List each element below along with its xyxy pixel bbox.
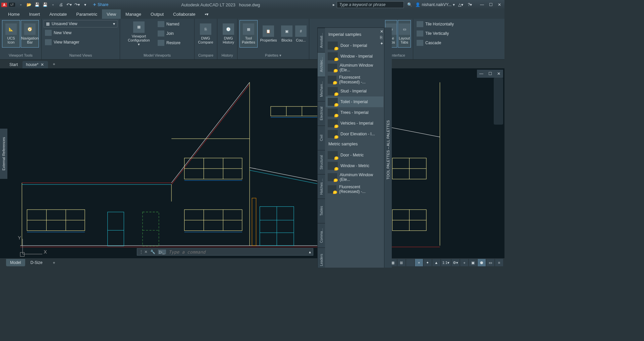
palette-item-window-m[interactable]: Window - Metric [326,160,383,171]
tool-palettes-button[interactable]: ▦Tool Palettes [239,20,258,48]
palette-cat-command[interactable]: Comma... [318,223,325,248]
help-icon[interactable]: ?▾ [466,1,474,8]
panel-label[interactable]: Palettes ▾ [239,53,307,59]
tile-horizontal-button[interactable]: Tile Horizontally [415,20,462,28]
palette-cat-architectural[interactable]: Architec... [318,52,325,77]
layout-tab-model[interactable]: Model [6,259,25,266]
search-input[interactable]: Type a keyword or phrase [337,1,404,8]
command-input[interactable] [169,250,306,255]
dwg-compare-button[interactable]: ⎘DWG Compare [197,20,215,48]
palette-item-door-m[interactable]: Door - Metric [326,150,383,160]
palette-cat-hatches[interactable]: Hatches ... [318,174,325,199]
drawing-canvas[interactable]: External References — ☐ ✕ [0,68,504,258]
hardware-accel-icon[interactable]: ⬣ [478,259,486,266]
panel-label[interactable]: Viewport Tools [2,53,39,59]
menu-featured-apps[interactable]: ▪▾ [200,9,214,19]
tab-house[interactable]: house*✕ [22,61,48,68]
search-icon[interactable]: 🔍 [406,1,413,8]
undo-icon[interactable]: ↶▾ [65,1,73,8]
cascade-button[interactable]: Cascade [415,39,462,47]
restore-vp-button[interactable]: Restore [156,39,182,47]
maximize-icon[interactable]: ☐ [487,1,494,8]
menu-output[interactable]: Output [146,9,168,19]
palette-item-vehicles[interactable]: Vehicles - Imperial [326,118,383,129]
palette-item-stud[interactable]: Stud - Imperial [326,86,383,96]
view-combo[interactable]: ▦Unsaved View▾ [44,20,117,27]
new-layout-button[interactable]: ＋ [48,259,60,267]
blocks-button[interactable]: ▣Blocks [279,20,294,48]
view-manager-button[interactable]: View Manager [44,38,118,46]
minimize-icon[interactable]: — [478,1,486,8]
palette-cat-leaders[interactable]: Leaders [318,248,325,268]
layout-tabs-button[interactable]: ▭Layout Tabs [398,20,411,48]
new-tab-button[interactable]: ＋ [49,60,60,68]
palette-cat-civil[interactable]: Civil [318,126,325,150]
palette-cat-mechanical[interactable]: Mechani... [318,77,325,101]
clean-screen-icon[interactable]: ▭ [486,259,494,266]
menu-view[interactable]: View [102,9,121,19]
palette-cat-tables[interactable]: Tables [318,199,325,223]
tool-palette[interactable]: Annotati... Architec... Mechani... Elect… [317,27,384,268]
status-scale[interactable]: 1:1 ▾ [441,259,451,266]
share-button[interactable]: ✈ Share [93,2,108,7]
ucs-icon-button[interactable]: 📐UCS Icon [2,20,20,48]
cmdline-close-icon[interactable]: ⋮ ✕ [139,250,148,254]
plus-icon[interactable]: ＋ [460,259,468,266]
menu-home[interactable]: Home [3,9,24,19]
saveas-icon[interactable]: 💾 [41,1,49,8]
menu-insert[interactable]: Insert [24,9,45,19]
palette-pin-icon[interactable]: ⎘ [380,35,383,40]
palette-item-door[interactable]: Door - Imperial [326,40,383,51]
named-vp-button[interactable]: Named [156,20,182,28]
menu-parametric[interactable]: Parametric [71,9,102,19]
menu-annotate[interactable]: Annotate [45,9,71,19]
web-icon[interactable]: ▫ [49,1,57,8]
osnap-icon[interactable]: ⌖ [415,259,423,266]
model-space[interactable]: Y X [12,68,504,258]
chevron-up-icon[interactable]: ▴ [309,250,311,254]
viewport-config-button[interactable]: ▦Viewport Configuration▾ [122,20,156,48]
snap-icon[interactable]: ⊞ [397,259,406,266]
wrench-icon[interactable]: 🔧 [150,250,155,254]
join-vp-button[interactable]: Join [156,29,182,38]
close-icon[interactable]: ✕ [41,62,44,67]
palette-cat-structural[interactable]: Structural [318,150,325,175]
redo-icon[interactable]: ↷▾ [73,1,81,8]
palette-cat-electrical[interactable]: Electrical [318,101,325,126]
palette-cat-annotation[interactable]: Annotati... [318,28,325,52]
palette-item-alum-window[interactable]: Aluminum Window (Ele... [326,62,383,74]
isolate-icon[interactable]: ▣ [469,259,477,266]
palette-item-door-elev[interactable]: Door Elevation - I... [326,129,383,139]
open-icon[interactable]: 📂 [25,1,33,8]
palette-close-icon[interactable]: ✕ [380,29,383,34]
tile-vertical-button[interactable]: Tile Vertically [415,29,462,38]
new-view-button[interactable]: New View [44,29,118,37]
palette-item-fluorescent[interactable]: Fluorescent (Recessed) -... [326,74,383,86]
save-icon[interactable]: 💾 [33,1,41,8]
navigation-bar-button[interactable]: 🧭Navigation Bar [21,20,39,48]
palette-menu-icon[interactable]: ✦ [380,41,383,46]
properties-button[interactable]: 📋Properties [258,20,279,48]
tab-start[interactable]: Start [6,61,22,68]
qat-dropdown-icon[interactable]: ▾ [82,1,89,8]
gear-icon[interactable]: ⚙▾ [451,259,460,266]
plot-icon[interactable]: 🖨 [57,1,65,8]
customize-icon[interactable]: ≡ [495,259,503,266]
count-button[interactable]: #Cou... [295,20,307,48]
menu-manage[interactable]: Manage [121,9,146,19]
user-account[interactable]: 👤 nishant.naikVY...▾ [415,2,455,7]
dwg-history-button[interactable]: 🕓DWG History [219,20,237,48]
close-icon[interactable]: ✕ [496,1,503,8]
palette-item-fluor-m[interactable]: Fluorescent (Recessed) -... [326,183,383,195]
layout-tab-dsize[interactable]: D-Size [26,259,47,266]
palette-item-window[interactable]: Window - Imperial [326,51,383,62]
palette-item-toilet[interactable]: Toilet - Imperial [326,96,383,107]
palette-item-trees[interactable]: Trees - Imperial [326,107,383,118]
menu-collaborate[interactable]: Collaborate [168,9,200,19]
new-icon[interactable]: ▫ [17,1,24,8]
palette-title-bar[interactable]: TOOL PALETTES – ALL PALETTES [384,27,392,268]
app-store-icon[interactable]: △▾ [457,1,464,8]
iso-icon[interactable]: ▲ [432,259,440,266]
infocenter-play-icon[interactable]: ▸ [333,2,335,7]
palette-item-alum-m[interactable]: Aluminum Window (Ele... [326,171,383,183]
